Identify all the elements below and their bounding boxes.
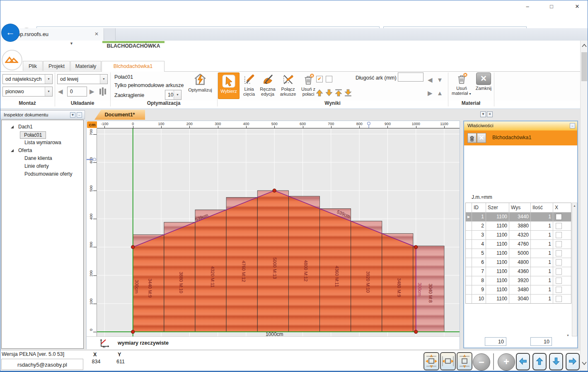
pan-left-button[interactable] — [516, 353, 530, 370]
table-scrollbar[interactable]: ▲ — [572, 203, 577, 336]
row-checkbox[interactable] — [556, 214, 562, 220]
row-checkbox[interactable] — [556, 223, 562, 229]
manual-edit-button[interactable]: Ręczna edycja — [258, 73, 277, 97]
footer-input-1[interactable]: 10 — [485, 337, 506, 346]
offset-right-arrow-icon[interactable]: ▶ — [90, 88, 94, 95]
table-row[interactable]: 7110043601 — [466, 267, 571, 276]
row-checkbox[interactable] — [556, 232, 562, 238]
tree-item-linie-oferty[interactable]: Linie oferty — [2, 162, 83, 170]
document-strip-close-button[interactable]: ✕ — [487, 111, 493, 117]
ribbon-tab-projekt[interactable]: Projekt — [43, 61, 70, 71]
chevron-down-icon[interactable]: ▼ — [45, 75, 52, 84]
move-up-arrow-button[interactable] — [316, 89, 323, 97]
scrollbar-thumb[interactable] — [581, 52, 587, 81]
scroll-down-icon[interactable]: ▼ — [566, 334, 569, 337]
nudge-right-arrow-icon[interactable]: ▶ — [428, 90, 433, 97]
chevron-down-icon[interactable]: ▼ — [174, 90, 181, 99]
column-header-szer[interactable]: Szer — [486, 203, 509, 212]
minimize-button[interactable]: – — [521, 2, 534, 11]
row-checkbox[interactable] — [556, 296, 562, 302]
move-to-bottom-arrow-button[interactable] — [344, 89, 352, 97]
pan-down-button[interactable] — [549, 353, 563, 370]
table-row[interactable]: 10110030401 — [466, 294, 571, 303]
table-row[interactable]: 3110043201 — [466, 230, 571, 239]
ribbon-tab-materialy[interactable]: Materiały — [70, 61, 101, 71]
column-header-ilość[interactable]: Ilość — [530, 203, 553, 212]
tree-item-label[interactable]: Oferta — [18, 147, 32, 155]
zoom-out-button[interactable]: – — [473, 353, 490, 371]
orientation-combobox[interactable]: pionowo ▼ — [2, 87, 53, 97]
chevron-down-icon[interactable]: ▼ — [100, 75, 107, 84]
deselect-material-button[interactable]: ✕ — [477, 133, 486, 143]
properties-minimize-button[interactable]: – — [570, 123, 575, 128]
tree-item-dane-klienta[interactable]: Dane klienta — [2, 155, 83, 162]
offset-left-arrow-icon[interactable]: ◀ — [58, 88, 63, 95]
cut-line-button[interactable]: Linia cięcia — [240, 73, 258, 97]
column-header-id[interactable]: ID — [472, 203, 486, 212]
footer-input-2[interactable]: 10 — [530, 337, 552, 346]
checked-checkbox-icon[interactable]: ✔ — [316, 76, 323, 82]
column-header-wys[interactable]: Wys — [509, 203, 530, 212]
scroll-down-chevron-icon[interactable] — [581, 361, 587, 366]
column-header-x[interactable]: X — [553, 203, 571, 212]
zoom-in-button[interactable]: + — [498, 353, 515, 371]
table-row[interactable]: 8110039201 — [466, 276, 571, 285]
row-checkbox[interactable] — [556, 250, 562, 256]
unchecked-checkbox-icon[interactable]: ✔ — [326, 76, 332, 82]
document-strip-dropdown-button[interactable]: ▼ — [480, 111, 486, 117]
quick-access-arrow-icon[interactable]: ▼ — [70, 41, 73, 46]
tree-item-label[interactable]: Linie oferty — [24, 162, 49, 170]
table-row[interactable]: 5110050001 — [466, 249, 571, 258]
move-to-top-arrow-button[interactable] — [335, 89, 342, 97]
tab-close-icon[interactable]: ✕ — [94, 31, 99, 37]
nudge-left-arrow-icon[interactable]: ◀ — [428, 77, 433, 83]
offset-input[interactable]: 0 — [67, 87, 87, 97]
tree-item-label[interactable]: Podsumowanie oferty — [24, 170, 72, 178]
document-tab[interactable]: Document1* — [94, 110, 145, 120]
tree-item-label[interactable]: Lista wymiarowa — [24, 139, 61, 147]
remove-from-surface-button[interactable]: Usuń z połaci — [299, 73, 318, 97]
table-row[interactable]: ▶1110034401 — [466, 212, 571, 221]
row-marker-column[interactable] — [466, 203, 472, 212]
maximize-button[interactable]: □ — [545, 2, 558, 11]
material-item-row[interactable]: ✕ Blchodachówka1 — [464, 130, 577, 145]
row-checkbox[interactable] — [556, 287, 562, 293]
delete-material-button[interactable] — [467, 133, 477, 143]
rounding-spinner[interactable]: 10 ▼ — [165, 90, 181, 100]
table-row[interactable]: 4110047601 — [466, 239, 571, 249]
sheets-table[interactable]: IDSzerWysIlośćX▶111003440121100388013110… — [465, 203, 571, 304]
tree-item-label[interactable]: Dach1 — [18, 123, 33, 131]
tree-item-dach1[interactable]: Dach1 — [2, 123, 83, 131]
tree-item-label[interactable]: Dane klienta — [24, 155, 52, 162]
back-button[interactable]: ← — [2, 24, 19, 41]
align-combobox[interactable]: od lewej ▼ — [57, 74, 108, 84]
nudge-down-arrow-icon[interactable]: ▼ — [437, 77, 443, 83]
new-tab-button[interactable] — [104, 28, 116, 41]
tree-item-podsumowanie-oferty[interactable]: Podsumowanie oferty — [2, 170, 83, 178]
select-tool-button[interactable]: Wybierz — [218, 72, 240, 99]
ribbon-tab-blchodachowka[interactable]: Blchodachówka1 — [102, 61, 165, 72]
tree-item-lista-wymiarowa[interactable]: Lista wymiarowa — [2, 139, 83, 147]
zoom-fit-height-button[interactable] — [457, 352, 472, 370]
close-button[interactable]: ✕ — [571, 2, 583, 11]
table-row[interactable]: 6110048001 — [466, 258, 571, 267]
tree-expander-icon[interactable] — [11, 149, 14, 152]
tree-expander-icon[interactable] — [11, 126, 14, 128]
row-checkbox[interactable] — [556, 241, 562, 247]
tree-item-po-a-01[interactable]: Połać01 — [2, 131, 83, 139]
table-row[interactable]: 9110034801 — [466, 285, 571, 294]
tree-item-oferta[interactable]: Oferta — [2, 147, 83, 155]
pan-right-button[interactable] — [566, 353, 580, 370]
tree-item-label[interactable]: Połać01 — [20, 131, 46, 139]
join-sheets-button[interactable]: Połącz arkusze — [278, 73, 298, 97]
app-logo[interactable] — [2, 50, 22, 70]
inspector-minimize-button[interactable]: – — [77, 112, 82, 118]
zoom-fit-width-button[interactable] — [440, 352, 456, 370]
scroll-up-chevron-icon[interactable] — [581, 43, 587, 48]
remove-material-button[interactable]: Usuń materiał ▼ — [450, 72, 473, 97]
page-scrollbar[interactable] — [580, 41, 588, 371]
scroll-up-icon[interactable]: ▲ — [572, 203, 577, 209]
row-checkbox[interactable] — [556, 259, 562, 266]
sort-order-combobox[interactable]: od najwiekszych ▼ — [2, 74, 53, 84]
row-checkbox[interactable] — [556, 278, 562, 284]
